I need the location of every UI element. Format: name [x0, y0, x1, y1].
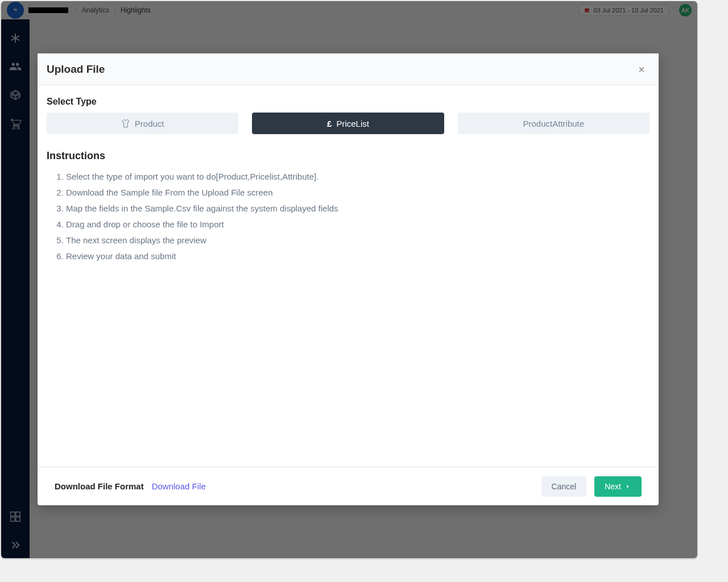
- modal-body: Select Type Product £ PriceList ProductA…: [38, 85, 659, 467]
- cancel-button[interactable]: Cancel: [541, 476, 587, 497]
- type-option-product-label: Product: [135, 119, 164, 128]
- modal-header: Upload File ×: [38, 53, 659, 85]
- app-frame: › Analytics › Highlights 03 Jul 2021 - 1…: [1, 1, 697, 558]
- modal-footer: Download File Format Download File Cance…: [38, 467, 659, 505]
- next-button[interactable]: Next: [594, 476, 642, 497]
- instructions-list: Select the type of import you want to do…: [47, 169, 650, 264]
- close-button[interactable]: ×: [634, 61, 650, 77]
- download-file-link[interactable]: Download File: [152, 481, 206, 491]
- select-type-label: Select Type: [47, 97, 650, 107]
- type-option-pricelist[interactable]: £ PriceList: [252, 113, 444, 134]
- type-option-attribute[interactable]: ProductAttribute: [458, 113, 650, 134]
- instruction-item: Drag and drop or choose the file to Impo…: [66, 217, 650, 232]
- modal-title: Upload File: [47, 63, 105, 76]
- type-option-product[interactable]: Product: [47, 113, 238, 134]
- chevron-right-icon: [624, 483, 631, 490]
- instruction-item: Review your data and submit: [66, 248, 650, 264]
- type-selector: Product £ PriceList ProductAttribute: [47, 113, 650, 134]
- download-format-label: Download File Format: [55, 481, 144, 491]
- instruction-item: Select the type of import you want to do…: [66, 169, 650, 185]
- shirt-icon: [121, 119, 130, 128]
- next-button-label: Next: [605, 482, 621, 491]
- instruction-item: Map the fields in the Sample.Csv file ag…: [66, 201, 650, 217]
- type-option-pricelist-label: PriceList: [336, 119, 369, 128]
- upload-file-modal: Upload File × Select Type Product £ Pric…: [38, 53, 659, 505]
- instructions-heading: Instructions: [47, 150, 650, 162]
- instruction-item: The next screen displays the preview: [66, 232, 650, 248]
- instruction-item: Download the Sample file From the Upload…: [66, 185, 650, 201]
- pound-icon: £: [327, 119, 332, 128]
- type-option-attribute-label: ProductAttribute: [523, 119, 585, 128]
